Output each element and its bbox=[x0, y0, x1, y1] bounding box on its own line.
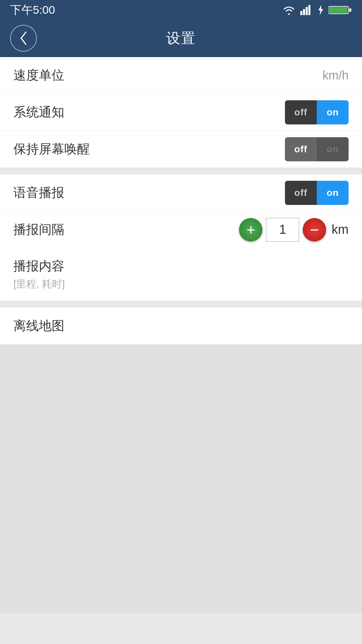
toolbar: 设置 bbox=[0, 20, 362, 57]
speed-unit-label: 速度单位 bbox=[13, 67, 64, 84]
section-divider-1 bbox=[0, 168, 362, 174]
svg-rect-7 bbox=[329, 7, 348, 13]
svg-rect-1 bbox=[303, 9, 305, 15]
system-notify-row: 系统通知 off on bbox=[0, 94, 362, 131]
status-bar: 下午5:00 bbox=[0, 0, 362, 20]
voice-broadcast-on[interactable]: on bbox=[317, 181, 349, 205]
svg-marker-4 bbox=[318, 5, 323, 15]
page-title: 设置 bbox=[166, 29, 196, 48]
keep-screen-row: 保持屏幕唤醒 off on bbox=[0, 131, 362, 168]
offline-map-row[interactable]: 离线地图 bbox=[0, 308, 362, 344]
svg-rect-3 bbox=[308, 5, 310, 15]
broadcast-content-label-group: 播报内容 [里程, 耗时] bbox=[13, 258, 65, 291]
stepper-unit: km bbox=[331, 222, 349, 237]
speed-unit-value: km/h bbox=[322, 68, 349, 83]
voice-broadcast-row: 语音播报 off on bbox=[0, 174, 362, 211]
system-notify-off[interactable]: off bbox=[285, 100, 317, 124]
voice-broadcast-toggle[interactable]: off on bbox=[285, 181, 349, 205]
svg-rect-6 bbox=[349, 8, 351, 12]
svg-rect-2 bbox=[306, 7, 308, 15]
keep-screen-on[interactable]: on bbox=[317, 137, 349, 161]
keep-screen-toggle[interactable]: off on bbox=[285, 137, 349, 161]
stepper-value: 1 bbox=[266, 218, 299, 242]
broadcast-interval-row: 播报间隔 + 1 − km bbox=[0, 211, 362, 248]
back-button[interactable] bbox=[10, 25, 37, 52]
wifi-icon bbox=[282, 5, 296, 15]
stepper-add-button[interactable]: + bbox=[239, 218, 262, 241]
keep-screen-off[interactable]: off bbox=[285, 137, 317, 161]
bottom-gray-area bbox=[0, 344, 362, 613]
settings-content: 速度单位 km/h 系统通知 off on 保持屏幕唤醒 off on 语音播报… bbox=[0, 57, 362, 344]
section-divider-2 bbox=[0, 301, 362, 308]
svg-rect-0 bbox=[300, 11, 302, 15]
voice-broadcast-label: 语音播报 bbox=[13, 184, 64, 201]
broadcast-content-label: 播报内容 bbox=[13, 258, 65, 275]
battery-icon bbox=[328, 5, 352, 15]
stepper-container: + 1 − km bbox=[239, 218, 349, 242]
offline-map-label: 离线地图 bbox=[13, 317, 64, 334]
status-time: 下午5:00 bbox=[10, 2, 55, 18]
keep-screen-label: 保持屏幕唤醒 bbox=[13, 141, 90, 158]
broadcast-content-row[interactable]: 播报内容 [里程, 耗时] bbox=[0, 248, 362, 301]
broadcast-interval-label: 播报间隔 bbox=[13, 221, 64, 238]
status-icons bbox=[282, 5, 352, 15]
signal-icon bbox=[300, 5, 312, 15]
stepper-subtract-button[interactable]: − bbox=[303, 218, 326, 241]
voice-broadcast-off[interactable]: off bbox=[285, 181, 317, 205]
system-notify-toggle[interactable]: off on bbox=[285, 100, 349, 124]
speed-unit-row[interactable]: 速度单位 km/h bbox=[0, 57, 362, 94]
system-notify-on[interactable]: on bbox=[317, 100, 349, 124]
charging-icon bbox=[317, 5, 324, 15]
system-notify-label: 系统通知 bbox=[13, 104, 64, 121]
broadcast-content-sublabel: [里程, 耗时] bbox=[13, 277, 65, 291]
